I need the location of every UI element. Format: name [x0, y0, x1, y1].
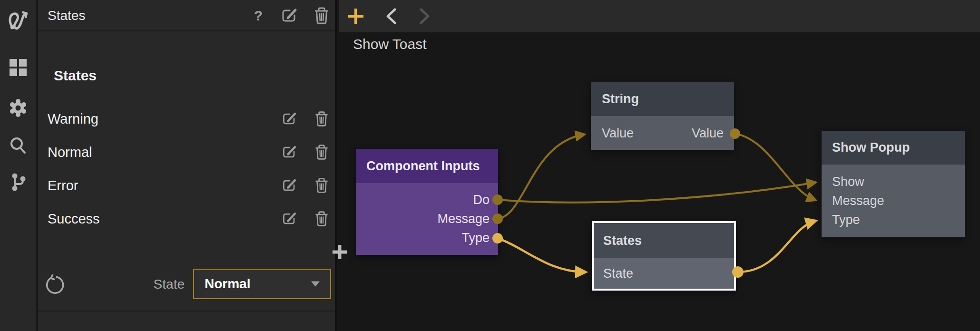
left-icon-rail	[0, 0, 37, 331]
output-port-value[interactable]: Value	[692, 124, 724, 143]
edit-icon[interactable]	[280, 142, 300, 162]
search-icon[interactable]	[7, 135, 29, 157]
input-port-state[interactable]: State	[603, 264, 633, 283]
node-title: String	[591, 82, 734, 116]
state-row-normal[interactable]: Normal	[38, 139, 335, 166]
add-node-button[interactable]	[343, 4, 368, 29]
reset-icon[interactable]	[44, 273, 66, 295]
node-string[interactable]: String Value Value	[591, 82, 734, 150]
state-dropdown[interactable]: Normal	[193, 269, 331, 299]
delete-icon[interactable]	[312, 109, 332, 129]
forward-button[interactable]	[412, 4, 437, 29]
states-panel-header: States ?	[38, 0, 335, 31]
node-body: Do Message Type	[356, 183, 498, 255]
node-states-selected[interactable]: States State	[592, 221, 736, 291]
panel-divider	[38, 311, 335, 312]
component-breadcrumb[interactable]: Show Toast	[353, 36, 427, 52]
panel-title: States	[48, 0, 85, 31]
state-row-error[interactable]: Error	[38, 172, 335, 199]
state-label: Normal	[48, 145, 92, 160]
state-label: Warning	[48, 111, 98, 127]
node-show-popup[interactable]: Show Popup Show Message Type	[822, 131, 965, 237]
node-title: States	[594, 223, 734, 258]
add-state-button[interactable]	[329, 241, 351, 263]
node-component-inputs[interactable]: Component Inputs Do Message Type	[356, 149, 498, 255]
chevron-down-icon	[311, 282, 320, 287]
output-port-do[interactable]: Do	[356, 190, 498, 209]
edit-icon[interactable]	[280, 175, 300, 195]
state-dropdown-label: State	[109, 277, 185, 292]
node-title: Component Inputs	[356, 149, 498, 183]
state-dropdown-value: Normal	[205, 276, 250, 292]
delete-icon[interactable]	[312, 209, 332, 229]
settings-gear-icon[interactable]	[7, 97, 29, 119]
node-body: Show Message Type	[822, 165, 965, 237]
version-control-branch-icon[interactable]	[7, 170, 29, 193]
node-body: State	[594, 258, 734, 289]
edit-icon[interactable]	[280, 6, 300, 26]
states-panel: States ? States	[38, 0, 337, 331]
output-port-type[interactable]: Type	[356, 228, 498, 247]
delete-icon[interactable]	[312, 175, 332, 195]
back-button[interactable]	[379, 4, 403, 29]
input-port-value[interactable]: Value	[602, 124, 634, 143]
delete-icon[interactable]	[312, 6, 332, 26]
state-row-warning[interactable]: Warning	[38, 106, 335, 132]
state-label: Success	[48, 211, 100, 227]
output-port-message[interactable]: Message	[356, 209, 498, 228]
node-body: Value Value	[591, 116, 734, 150]
section-title: States	[54, 68, 97, 84]
noodl-editor-window: States ? States	[0, 0, 980, 331]
input-port-type[interactable]: Type	[822, 210, 965, 229]
noodl-logo-icon[interactable]	[7, 9, 29, 31]
canvas-toolbar	[339, 0, 980, 32]
state-row-success[interactable]: Success	[38, 205, 335, 232]
input-port-message[interactable]: Message	[822, 191, 965, 210]
edit-icon[interactable]	[280, 109, 300, 129]
input-port-show[interactable]: Show	[822, 172, 965, 191]
components-grid-icon[interactable]	[7, 56, 29, 79]
delete-icon[interactable]	[312, 142, 332, 162]
state-label: Error	[48, 178, 78, 194]
edit-icon[interactable]	[280, 209, 300, 229]
help-icon[interactable]: ?	[248, 6, 268, 26]
node-title: Show Popup	[822, 131, 965, 165]
